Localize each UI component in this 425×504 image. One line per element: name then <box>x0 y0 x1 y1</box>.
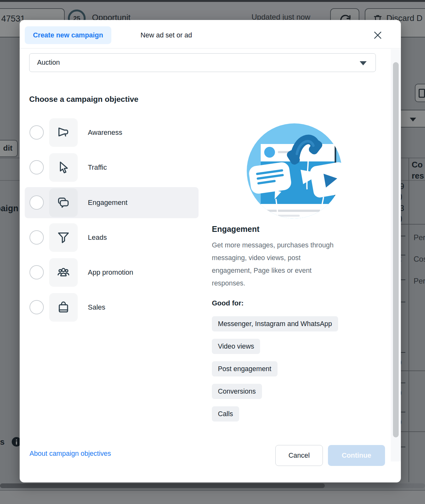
objective-icon-tile <box>49 293 78 322</box>
objective-icon-tile <box>49 118 78 147</box>
speech-bubbles-icon <box>56 195 71 210</box>
buying-type-value: Auction <box>37 54 60 72</box>
create-campaign-modal: Create new campaign New ad set or ad Auc… <box>20 20 401 482</box>
detail-title: Engagement <box>212 225 259 234</box>
objective-icon-tile <box>49 258 78 287</box>
objective-icon-tile <box>49 153 78 182</box>
good-for-label: Good for: <box>212 299 244 307</box>
objective-label: Engagement <box>88 187 128 218</box>
buying-type-select[interactable]: Auction <box>29 53 376 72</box>
objective-radio[interactable] <box>29 195 44 210</box>
objective-radio[interactable] <box>29 230 44 245</box>
detail-description: Get more messages, purchases through mes… <box>212 239 385 290</box>
modal-header: Create new campaign New ad set or ad <box>20 20 401 49</box>
objective-row-app-promotion[interactable]: App promotion <box>25 257 199 288</box>
chevron-down-icon <box>360 61 367 65</box>
tag-conversions: Conversions <box>212 384 262 399</box>
objective-radio[interactable] <box>29 160 44 174</box>
ads-manager-screen: 47531 25 Opportunit Updated just now Dis… <box>0 0 425 504</box>
objective-row-engagement[interactable]: Engagement <box>25 187 199 218</box>
engagement-illustration <box>240 117 348 225</box>
shopping-bag-icon <box>56 300 71 315</box>
tag-post-engagement: Post engagement <box>212 361 278 376</box>
tab-new-ad-set-or-ad[interactable]: New ad set or ad <box>141 26 192 44</box>
objective-row-awareness[interactable]: Awareness <box>25 117 199 148</box>
funnel-icon <box>56 230 71 245</box>
continue-button[interactable]: Continue <box>328 445 385 466</box>
objective-label: Sales <box>88 292 105 323</box>
objective-icon-tile <box>49 188 78 217</box>
objective-radio[interactable] <box>29 300 44 314</box>
objective-row-traffic[interactable]: Traffic <box>25 152 199 183</box>
objective-radio[interactable] <box>29 125 44 140</box>
objective-radio[interactable] <box>29 265 44 279</box>
tab-create-new-campaign[interactable]: Create new campaign <box>25 26 111 44</box>
objective-icon-tile <box>49 223 78 252</box>
people-group-icon <box>56 265 71 280</box>
cursor-icon <box>56 160 71 175</box>
objective-label: Leads <box>88 222 107 253</box>
tag-messenger-instagram-whatsapp: Messenger, Instagram and WhatsApp <box>212 316 338 331</box>
good-for-tags: Messenger, Instagram and WhatsApp Video … <box>212 316 338 422</box>
cancel-button[interactable]: Cancel <box>275 445 323 466</box>
objective-row-sales[interactable]: Sales <box>25 292 199 323</box>
objective-label: Traffic <box>88 152 107 183</box>
tag-calls: Calls <box>212 406 239 422</box>
objective-label: App promotion <box>88 257 133 288</box>
close-icon[interactable] <box>372 30 383 41</box>
objective-label: Awareness <box>88 117 122 148</box>
modal-scrollbar-thumb[interactable] <box>393 62 399 437</box>
objective-heading: Choose a campaign objective <box>29 95 138 104</box>
tag-video-views: Video views <box>212 339 260 354</box>
megaphone-icon <box>56 125 71 140</box>
objective-row-leads[interactable]: Leads <box>25 222 199 253</box>
about-campaign-objectives-link[interactable]: About campaign objectives <box>29 450 111 458</box>
